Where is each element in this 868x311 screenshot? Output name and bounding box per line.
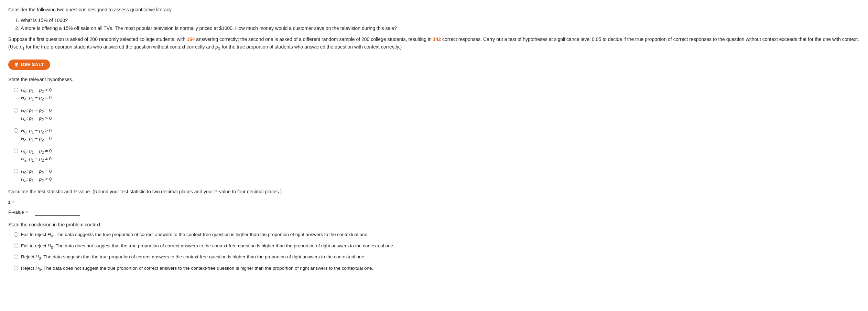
problem-paragraph: Suppose the first question is asked of 2…	[8, 35, 860, 52]
hypothesis-option-5[interactable]: H0: p1 − p2 = 0 Ha: p1 − p2 < 0	[14, 168, 860, 183]
hypothesis-option-2[interactable]: H0: p1 − p2 = 0 Ha: p1 − p2 > 0	[14, 107, 860, 122]
conclusion-radio-group: Fail to reject H0. The data suggests the…	[14, 231, 860, 272]
conclusion-text-1: Fail to reject H0. The data suggests the…	[21, 231, 369, 239]
conclusion-section-label: State the conclusion in the problem cont…	[8, 221, 860, 228]
hypothesis-option-3[interactable]: H0: p1 − p2 > 0 Ha: p1 − p2 = 0	[14, 127, 860, 143]
conclusion-text-4: Reject H0. The data does not suggest the…	[21, 265, 373, 273]
question-list: What is 15% of 1000? A store is offering…	[21, 17, 860, 32]
salt-icon: ⊞	[14, 62, 19, 67]
n1-value: 164	[187, 36, 195, 42]
hypotheses-radio-group: H0: p1 − p2 < 0 Ha: p1 − p2 = 0 H0: p1 −…	[14, 87, 860, 184]
z-row: z =	[8, 199, 860, 206]
conclusion-radio-3[interactable]	[14, 255, 18, 259]
question-1: What is 15% of 1000?	[21, 17, 860, 24]
z-label: z =	[8, 199, 32, 206]
use-salt-button[interactable]: ⊞ USE SALT	[8, 60, 50, 70]
conclusion-radio-4[interactable]	[14, 266, 18, 270]
hypothesis-label-1: H0: p1 − p2 < 0 Ha: p1 − p2 = 0	[21, 87, 52, 102]
hypothesis-radio-1[interactable]	[14, 88, 18, 92]
pvalue-input[interactable]	[35, 209, 80, 216]
conclusion-radio-1[interactable]	[14, 232, 18, 237]
hypothesis-radio-2[interactable]	[14, 108, 18, 112]
hypothesis-radio-5[interactable]	[14, 169, 18, 173]
question-2: A store is offering a 15% off sale on al…	[21, 25, 860, 32]
conclusion-option-1[interactable]: Fail to reject H0. The data suggests the…	[14, 231, 860, 239]
salt-button-label: USE SALT	[21, 62, 44, 67]
hypothesis-label-4: H0: p1 − p2 = 0 Ha: p1 − p2 ≠ 0	[21, 148, 52, 163]
pvalue-row: P-value =	[8, 209, 860, 216]
calculate-section: z = P-value =	[8, 199, 860, 216]
hypothesis-option-1[interactable]: H0: p1 − p2 < 0 Ha: p1 − p2 = 0	[14, 87, 860, 102]
conclusion-option-2[interactable]: Fail to reject H0. The data does not sug…	[14, 243, 860, 250]
hypothesis-option-4[interactable]: H0: p1 − p2 = 0 Ha: p1 − p2 ≠ 0	[14, 148, 860, 163]
conclusion-option-3[interactable]: Reject H0. The data suggests that the tr…	[14, 254, 860, 261]
context-label: Consider the following two questions des…	[8, 6, 860, 13]
hypotheses-section-label: State the relevant hypotheses.	[8, 76, 860, 83]
n2-value: 142	[433, 36, 441, 42]
calculate-section-label: Calculate the test statistic and P-value…	[8, 188, 860, 195]
hypothesis-label-5: H0: p1 − p2 = 0 Ha: p1 − p2 < 0	[21, 168, 52, 183]
conclusion-text-3: Reject H0. The data suggests that the tr…	[21, 254, 366, 261]
hypothesis-label-3: H0: p1 − p2 > 0 Ha: p1 − p2 = 0	[21, 127, 52, 143]
z-input[interactable]	[35, 199, 80, 206]
conclusion-option-4[interactable]: Reject H0. The data does not suggest the…	[14, 265, 860, 273]
conclusion-text-2: Fail to reject H0. The data does not sug…	[21, 243, 394, 250]
hypothesis-radio-3[interactable]	[14, 128, 18, 133]
pvalue-label: P-value =	[8, 209, 32, 216]
conclusion-radio-2[interactable]	[14, 244, 18, 248]
hypothesis-radio-4[interactable]	[14, 149, 18, 153]
hypothesis-label-2: H0: p1 − p2 = 0 Ha: p1 − p2 > 0	[21, 107, 52, 122]
